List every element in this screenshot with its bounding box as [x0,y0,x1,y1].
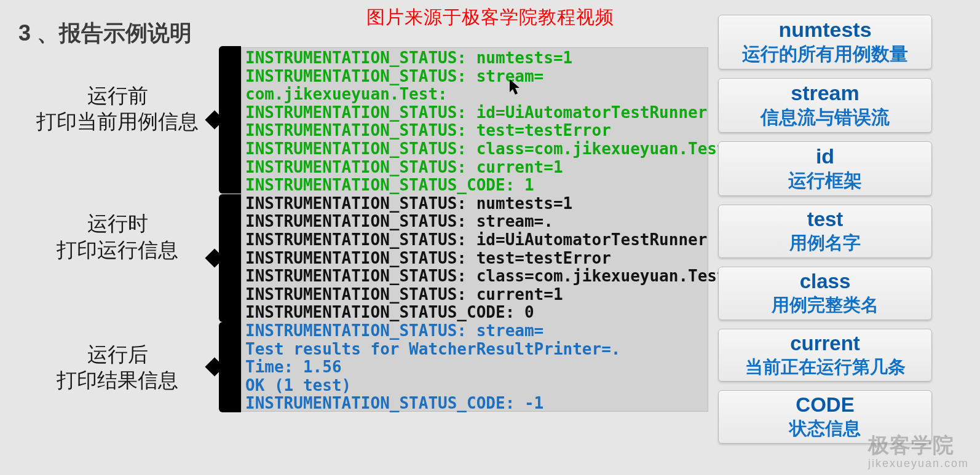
card-id: id 运行框架 [718,141,932,196]
card-heading: current [722,332,928,355]
card-sub: 运行框架 [722,170,928,192]
card-heading: stream [722,81,928,105]
card-heading: id [722,144,928,168]
label-pre-line1: 运行前 [25,83,210,109]
terminal-pre-block: INSTRUMENTATION_STATUS: numtests=1 INSTR… [245,49,727,194]
label-run: 运行时 打印运行信息 [25,211,210,262]
card-sub: 信息流与错误流 [722,106,928,128]
slide-root: 3 、报告示例说明 图片来源于极客学院教程视频 运行前 打印当前用例信息 运行时… [0,0,980,475]
card-sub: 运行的所有用例数量 [722,43,928,65]
brace-run [219,195,241,321]
legend-cards: numtests 运行的所有用例数量 stream 信息流与错误流 id 运行框… [718,15,932,452]
label-post: 运行后 打印结果信息 [25,342,210,393]
terminal-run-block: INSTRUMENTATION_STATUS: numtests=1 INSTR… [245,194,727,322]
card-heading: numtests [722,18,928,42]
card-sub: 当前正在运行第几条 [722,356,928,378]
section-labels: 运行前 打印当前用例信息 运行时 打印运行信息 运行后 打印结果信息 [25,83,210,393]
brace-pre [219,47,241,192]
card-current: current 当前正在运行第几条 [718,329,932,382]
card-heading: CODE [722,393,928,417]
label-post-line1: 运行后 [25,342,210,367]
card-class: class 用例完整类名 [718,267,932,320]
label-pre: 运行前 打印当前用例信息 [25,83,210,135]
terminal-post-block: INSTRUMENTATION_STATUS: stream= Test res… [245,321,620,412]
label-post-line2: 打印结果信息 [25,367,210,393]
label-run-line2: 打印运行信息 [25,237,210,263]
brace-post [219,323,241,411]
terminal-output: INSTRUMENTATION_STATUS: numtests=1 INSTR… [241,47,708,412]
card-sub: 用例完整类名 [722,294,928,316]
label-run-line1: 运行时 [25,211,210,237]
card-stream: stream 信息流与错误流 [718,78,932,133]
watermark-sub: jikexueyuan.com [868,457,969,470]
card-numtests: numtests 运行的所有用例数量 [718,15,932,69]
card-test: test 用例名字 [718,205,932,258]
label-pre-line2: 打印当前用例信息 [25,109,210,135]
card-heading: test [722,208,928,231]
card-heading: class [722,270,928,293]
card-sub: 用例名字 [722,232,928,254]
card-code: CODE 状态信息 [718,390,932,444]
card-sub: 状态信息 [722,418,928,439]
